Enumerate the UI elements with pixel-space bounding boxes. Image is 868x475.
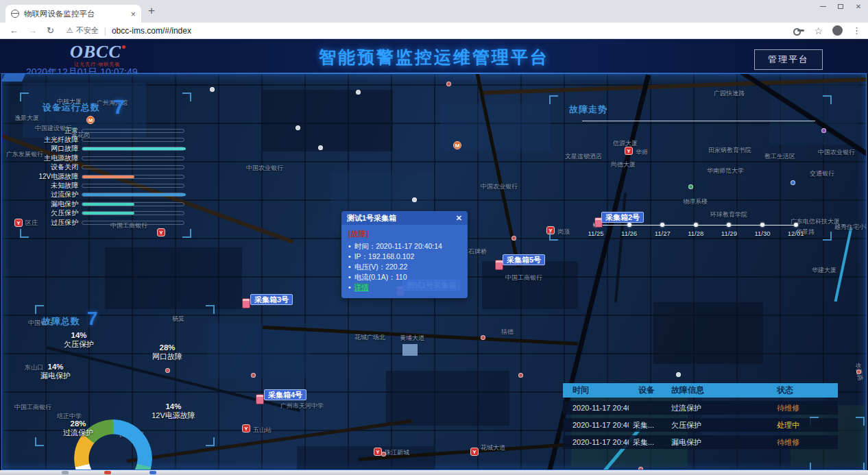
map-poi-dot xyxy=(251,373,256,378)
bar-track xyxy=(82,175,184,179)
trend-date-label: 11/29 xyxy=(721,230,737,237)
table-cell: 欠压保护 xyxy=(664,420,755,430)
divider: | xyxy=(104,26,106,36)
bar-row: 欠压保护 xyxy=(23,209,184,218)
map-poi-label: 中国农业银行 xyxy=(481,182,518,191)
taskbar-app-icon[interactable] xyxy=(149,471,156,474)
windows-taskbar[interactable] xyxy=(0,470,868,475)
trend-date-label: 11/28 xyxy=(688,230,703,237)
table-row[interactable]: 2020-11-17 20:40采集...欠压保护处理中 xyxy=(563,418,838,432)
metro-station-icon: M xyxy=(453,141,461,149)
trend-point xyxy=(794,223,798,227)
table-cell: 2020-11-17 20:40 xyxy=(563,421,629,429)
tab-close-icon[interactable]: × xyxy=(130,9,136,19)
map-corner-tab xyxy=(1,73,26,82)
panel-corner xyxy=(856,463,865,470)
bar-fill xyxy=(82,193,186,196)
taskbar-app-icon[interactable] xyxy=(104,471,111,474)
trend-date-label: 11/26 xyxy=(621,230,637,237)
donut-slice-label: 28%网口故障 xyxy=(152,343,182,361)
browser-tab[interactable]: 物联网设备监控平台 × xyxy=(5,5,141,23)
trend-point xyxy=(760,223,764,227)
map-poi-dot xyxy=(356,90,361,95)
collector-marker-icon[interactable] xyxy=(256,394,264,404)
url-text[interactable]: obcc-ims.com/#/index xyxy=(112,26,191,36)
taskbar-app-icon[interactable] xyxy=(62,471,69,474)
table-column-header: 时间 xyxy=(563,385,629,396)
collector-label[interactable]: 采集箱4号 xyxy=(264,389,306,400)
bar-row: 设备关闭 xyxy=(23,163,184,172)
donut-slice-label: 14%漏电保护 xyxy=(40,363,71,380)
map-poi-label: 花城广场北 xyxy=(354,333,385,342)
reload-icon[interactable]: ↻ xyxy=(47,25,54,36)
panel-corner xyxy=(182,229,191,238)
map-poi-dot xyxy=(511,236,516,241)
forward-icon[interactable]: → xyxy=(28,25,37,36)
map-road xyxy=(834,228,853,302)
bar-row: 过流保护 xyxy=(23,191,184,199)
bar-row: 12V电源故障 xyxy=(23,172,184,181)
new-tab-button[interactable]: + xyxy=(148,4,155,18)
donut-slice-label: 14%12V电源故障 xyxy=(152,402,195,420)
password-key-icon[interactable] xyxy=(797,29,804,32)
fault-table-body: 2020-11-17 20:40过流保护待维修2020-11-17 20:40采… xyxy=(563,401,838,449)
bar-track xyxy=(82,138,184,142)
bar-row: 主电源故障 xyxy=(23,154,184,162)
map-poi-dot xyxy=(296,125,300,130)
map-poi-label: 越秀住宅小区 xyxy=(834,223,867,232)
device-bar-chart: 正常主光纤故障网口故障主电源故障设备关闭12V电源故障未知故障过流保护漏电保护欠… xyxy=(23,126,184,227)
map-block xyxy=(263,90,393,151)
table-column-header: 故障信息 xyxy=(664,385,755,396)
bar-row: 主光纤故障 xyxy=(23,135,184,144)
tab-title: 物联网设备监控平台 xyxy=(24,9,126,19)
security-chip[interactable]: ⚠ 不安全 xyxy=(67,25,99,36)
collector-label[interactable]: 采集箱3号 xyxy=(250,294,293,305)
map-poi-label: 花城大道 xyxy=(481,443,505,452)
bar-label: 漏电保护 xyxy=(23,199,82,209)
bar-label: 网口故障 xyxy=(23,144,82,154)
map-poi-label: 中国农业银行 xyxy=(246,164,283,173)
map-poi-dot xyxy=(518,373,523,378)
panel-corner xyxy=(35,305,44,314)
site-favicon-icon xyxy=(11,10,19,18)
map-poi-dot xyxy=(446,82,451,86)
window-minimize-button[interactable] xyxy=(817,2,828,10)
device-total-count: 7 xyxy=(113,95,125,119)
metro-station-icon: Y xyxy=(242,424,250,433)
popup-tail xyxy=(402,344,418,356)
profile-avatar[interactable] xyxy=(832,25,843,36)
admin-platform-button[interactable]: 管理平台 xyxy=(754,49,823,70)
panel-corner xyxy=(856,417,865,426)
collector-label[interactable]: 采集箱5号 xyxy=(503,254,545,265)
window-restore-button[interactable] xyxy=(835,2,846,10)
table-cell: 2020-11-17 20:40 xyxy=(563,438,629,446)
map-poi-dot xyxy=(210,87,215,92)
map-poi-label: 五山站 xyxy=(253,426,272,435)
back-icon[interactable]: ← xyxy=(10,25,19,36)
bar-track xyxy=(82,156,184,160)
fault-trend-chart: 11/2511/2611/2711/2811/2911/3012/01 xyxy=(549,95,832,241)
table-row[interactable]: 2020-11-17 20:40采集...漏电保护待维修 xyxy=(563,435,838,449)
map-poi-dot xyxy=(412,197,417,202)
detail-link[interactable]: 详情 xyxy=(354,283,369,291)
bar-fill xyxy=(82,175,134,178)
bar-fill xyxy=(82,203,134,206)
browser-address-bar: ← → ↻ ⚠ 不安全 | obcc-ims.com/#/index ☆ ⋮ xyxy=(0,23,868,39)
window-close-button[interactable]: ✕ xyxy=(853,2,864,10)
bookmark-star-icon[interactable]: ☆ xyxy=(814,25,823,36)
popup-info-item: 电压(V)：220.22 xyxy=(348,262,461,272)
donut-slice-label: 28%过流保护 xyxy=(63,419,93,437)
map-poi-label: 中国工商银行 xyxy=(505,273,542,282)
map-canvas[interactable]: 中核大厦广州海洋馆逸景大厦中国建设银行黄花岗广东发展银行区庄中国工商银行中国银行… xyxy=(1,73,867,470)
popup-close-icon[interactable]: ✕ xyxy=(456,211,462,225)
collector-label[interactable]: 采集箱2号 xyxy=(601,212,644,223)
browser-menu-icon[interactable]: ⋮ xyxy=(852,25,861,36)
panel-corner xyxy=(182,93,191,101)
map-poi-label: 珠江新城 xyxy=(385,448,409,457)
bar-row: 正常 xyxy=(23,126,184,135)
collector-marker-icon[interactable] xyxy=(242,298,250,308)
panel-corner xyxy=(35,437,44,446)
dashboard-header: OBCC● 让光先行·物联先视 2020年12月01日 10:07:49 智能预… xyxy=(0,39,868,73)
bar-track xyxy=(82,193,184,197)
table-row[interactable]: 2020-11-17 20:40过流保护待维修 xyxy=(563,401,838,415)
